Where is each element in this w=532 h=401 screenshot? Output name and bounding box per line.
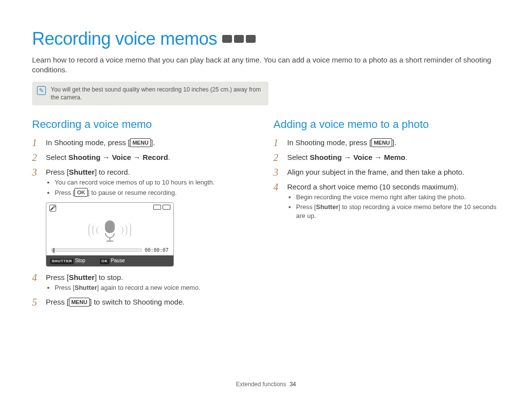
step-3: 3 Press [Shutter] to record. You can rec…: [32, 166, 259, 198]
step-body: Press [MENU] to switch to Shooting mode.: [46, 296, 259, 307]
sound-wave-right-icon: [120, 223, 131, 237]
step-number: 2: [32, 152, 41, 163]
screen-topbar: 🎤: [46, 203, 173, 214]
camera-screen-illustration: 🎤: [46, 202, 174, 267]
step-number: 1: [273, 137, 282, 149]
mode-icon: [246, 35, 256, 43]
step-number: 2: [273, 152, 282, 163]
ok-key-icon: OK: [74, 188, 88, 197]
card-icon: [153, 205, 161, 210]
note-icon: ✎: [37, 86, 46, 95]
screen-bottombar: SHUTTERStop OKPause: [46, 255, 173, 266]
step-body: In Shooting mode, press [MENU].: [46, 137, 259, 148]
step-number: 4: [273, 181, 282, 193]
bullet: Press [OK] to pause or resume recording.: [55, 188, 259, 197]
title-text: Recording voice memos: [32, 27, 217, 51]
left-column: Recording a voice memo 1 In Shooting mod…: [32, 117, 259, 310]
note-box: ✎ You will get the best sound quality wh…: [32, 82, 268, 105]
step-number: 4: [32, 272, 41, 283]
step-body: Align your subject in the frame, and the…: [287, 166, 500, 177]
step-3: 3 Align your subject in the frame, and t…: [273, 166, 500, 178]
pause-control: OKPause: [100, 257, 125, 264]
step-4: 4 Record a short voice memo (10 seconds …: [273, 181, 500, 221]
step-2: 2 Select Shooting → Voice → Record.: [32, 152, 259, 163]
intro-text: Learn how to record a voice memo that yo…: [32, 55, 500, 75]
sub-bullets: Press [Shutter] again to record a new vo…: [46, 283, 259, 292]
footer-section: Extended functions: [236, 381, 286, 388]
battery-icons: [153, 205, 170, 212]
page-number: 34: [290, 381, 296, 388]
step-number: 3: [32, 166, 41, 178]
step-4: 4 Press [Shutter] to stop. Press [Shutte…: [32, 272, 259, 293]
right-column: Adding a voice memo to a photo 1 In Shoo…: [273, 117, 500, 310]
page-footer: Extended functions 34: [0, 380, 532, 388]
step-1: 1 In Shooting mode, press [MENU].: [32, 137, 259, 149]
step-body: Press [Shutter] to record. You can recor…: [46, 166, 259, 198]
step-2: 2 Select Shooting → Voice → Memo.: [273, 152, 500, 163]
screen-center: [46, 214, 173, 247]
step-body: Press [Shutter] to stop. Press [Shutter]…: [46, 272, 259, 293]
microphone-icon: [103, 220, 116, 240]
step-5: 5 Press [MENU] to switch to Shooting mod…: [32, 296, 259, 308]
mode-icons-group: [222, 35, 256, 43]
bullet: Press [Shutter] to stop recording a voic…: [296, 203, 500, 220]
step-number: 3: [273, 166, 282, 178]
step-body: Record a short voice memo (10 seconds ma…: [287, 181, 500, 221]
step-body: In Shooting mode, press [MENU].: [287, 137, 500, 148]
shutter-key-icon: SHUTTER: [50, 259, 73, 264]
bullet: You can record voice memos of up to 10 h…: [55, 178, 259, 187]
bullet: Begin recording the voice memo right aft…: [296, 193, 500, 202]
menu-key-icon: MENU: [130, 138, 151, 147]
sub-bullets: Begin recording the voice memo right aft…: [287, 193, 500, 220]
right-heading: Adding a voice memo to a photo: [273, 117, 500, 132]
left-heading: Recording a voice memo: [32, 117, 259, 132]
step-body: Select Shooting → Voice → Record.: [46, 152, 259, 162]
mode-icon: [234, 35, 244, 43]
sub-bullets: You can record voice memos of up to 10 h…: [46, 178, 259, 197]
ok-key-icon: OK: [100, 259, 109, 264]
elapsed-time: 00:00:07: [145, 247, 168, 254]
step-1: 1 In Shooting mode, press [MENU].: [273, 137, 500, 149]
progress-bar: 00:00:07: [51, 247, 168, 254]
stop-control: SHUTTERStop: [50, 257, 85, 264]
menu-key-icon: MENU: [69, 298, 90, 307]
step-number: 5: [32, 296, 41, 308]
mic-mode-icon: 🎤: [49, 205, 56, 212]
menu-key-icon: MENU: [371, 138, 392, 147]
page-title: Recording voice memos: [32, 27, 500, 51]
note-text: You will get the best sound quality when…: [51, 86, 264, 101]
step-number: 1: [32, 137, 41, 149]
mode-icon: [222, 35, 232, 43]
bullet: Press [Shutter] again to record a new vo…: [55, 283, 259, 292]
sound-wave-left-icon: [89, 223, 100, 237]
step-body: Select Shooting → Voice → Memo.: [287, 152, 500, 162]
battery-icon: [163, 205, 170, 210]
